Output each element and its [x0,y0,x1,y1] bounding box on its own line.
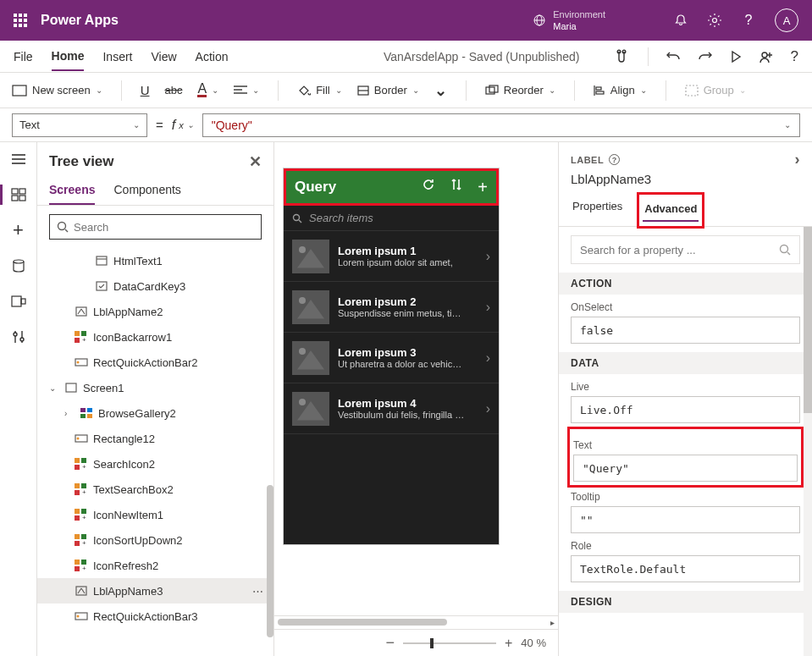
undo-icon[interactable] [666,50,681,63]
tree-item[interactable]: HtmlText1 [37,248,273,273]
settings-icon[interactable] [707,13,722,28]
rail-data-icon[interactable] [10,257,27,274]
property-selector[interactable]: Text⌄ [12,113,147,137]
section-data: DATA [559,352,812,374]
svg-rect-47 [76,307,86,316]
share-icon[interactable] [759,50,774,63]
gallery-item[interactable]: Lorem ipsum 4Vestibulum dui felis, fring… [284,383,499,434]
menu-view[interactable]: View [151,43,176,70]
fx-icon[interactable]: fx⌄ [172,118,194,133]
svg-rect-3 [14,19,17,22]
tooltip-value[interactable]: "" [571,506,800,533]
app-checker-icon[interactable] [614,49,631,64]
tree-item[interactable]: Rectangle12 [37,426,273,451]
svg-point-35 [14,260,24,263]
font-color-icon[interactable]: A⌄ [197,83,218,97]
tree-item[interactable]: +IconRefresh2 [37,553,273,578]
reorder-button[interactable]: Reorder⌄ [485,84,555,96]
tree-item-label: IconNewItem1 [93,509,163,521]
svg-rect-71 [75,509,80,514]
tree-scrollbar[interactable] [267,485,273,637]
rail-insert-icon[interactable]: + [10,222,27,239]
app-search-box[interactable]: Search items [284,206,499,231]
gallery-item[interactable]: Lorem ipsum 1Lorem ipsum dolor sit amet,… [284,231,499,282]
tree-item-label: HtmlText1 [113,255,163,267]
gallery-item[interactable]: Lorem ipsum 2Suspendisse enim metus, tin… [284,282,499,333]
tree-close-icon[interactable]: ✕ [249,152,262,171]
tree-search-input[interactable] [74,221,254,234]
role-value[interactable]: TextRole.Default [571,555,800,582]
more-formatting-icon[interactable]: ⌄ [434,81,447,100]
svg-rect-6 [14,24,17,27]
menu-insert[interactable]: Insert [102,43,132,70]
tree-tab-screens[interactable]: Screens [49,176,95,205]
tree-item[interactable]: ›BrowseGallery2 [37,400,273,426]
tree-item-icon: + [75,482,88,496]
tree-item[interactable]: RectQuickActionBar3 [37,604,273,629]
tree-search-box[interactable] [49,214,262,240]
tree-item[interactable]: +SearchIcon2 [37,451,273,477]
rail-advanced-icon[interactable] [10,328,27,345]
tab-advanced[interactable]: Advanced [643,197,699,222]
app-header: Power Apps Environment Maria ? A [0,0,812,41]
add-icon[interactable]: + [478,178,488,197]
tree-item[interactable]: LblAppName3⋯ [37,578,273,604]
fill-button[interactable]: Fill⌄ [297,84,342,96]
property-search-input[interactable] [580,244,772,256]
align-button[interactable]: Align⌄ [594,84,647,96]
svg-point-90 [781,245,788,253]
tab-properties[interactable]: Properties [571,195,624,226]
menu-action[interactable]: Action [196,43,229,70]
svg-rect-56 [66,383,76,392]
border-button[interactable]: Border⌄ [357,84,419,96]
play-icon[interactable] [730,50,742,63]
help2-icon[interactable]: ? [791,48,798,65]
tree-item[interactable]: LblAppName2 [37,299,273,324]
tree-item[interactable]: +TextSearchBox2 [37,477,273,502]
expand-panel-icon[interactable]: › [795,151,801,168]
info-icon[interactable]: ? [609,154,620,165]
group-button[interactable]: Group⌄ [685,84,746,96]
zoom-control[interactable]: − + 40 % [274,629,558,656]
text-align-icon[interactable]: ⌄ [234,85,259,96]
tree-item[interactable]: +IconSortUpDown2 [37,527,273,553]
tree-item[interactable]: DataCardKey3 [37,273,273,299]
tree-item[interactable]: RectQuickActionBar2 [37,350,273,375]
rail-media-icon[interactable] [10,293,27,310]
canvas-h-scrollbar[interactable]: ◂ ▸ [274,615,558,629]
tree-item[interactable]: ⌄Screen1 [37,375,273,400]
menu-home[interactable]: Home [52,42,85,71]
underline-icon[interactable]: U [141,83,150,97]
new-screen-button[interactable]: New screen⌄ [12,84,102,96]
redo-icon[interactable] [698,50,713,63]
gallery-item[interactable]: Lorem ipsum 3Ut pharetra a dolor ac vehi… [284,333,499,383]
formula-input[interactable]: "Query"⌄ [202,113,800,137]
tree-item[interactable]: +IconBackarrow1 [37,324,273,350]
app-title-label[interactable]: Query [295,179,345,196]
sort-icon[interactable] [450,178,462,197]
refresh-icon[interactable] [422,178,435,197]
svg-point-62 [77,438,80,440]
waffle-icon[interactable] [8,8,32,32]
strikethrough-icon[interactable]: abc [164,84,182,96]
item-subtitle: Suspendisse enim metus, tincidunt [338,308,465,318]
tree-tab-components[interactable]: Components [113,176,180,205]
section-design: DESIGN [559,591,812,613]
rail-hamburger-icon[interactable] [10,151,27,168]
text-value[interactable]: "Query" [573,455,798,482]
onselect-value[interactable]: false [571,317,800,344]
live-value[interactable]: Live.Off [571,396,800,423]
notifications-icon[interactable] [673,13,688,28]
tree-item-icon [80,406,93,420]
rail-tree-icon[interactable] [10,186,27,203]
rpanel-scrollbar[interactable] [804,227,812,656]
help-icon[interactable]: ? [741,13,756,28]
more-icon[interactable]: ⋯ [252,585,265,598]
avatar[interactable]: A [775,8,798,32]
property-search[interactable] [571,235,800,264]
svg-rect-1 [19,14,22,17]
environment-picker[interactable]: Environment Maria [533,8,605,32]
menu-file[interactable]: File [14,43,33,70]
tree-item[interactable]: +IconNewItem1 [37,502,273,527]
tree-item-label: BrowseGallery2 [98,407,176,420]
